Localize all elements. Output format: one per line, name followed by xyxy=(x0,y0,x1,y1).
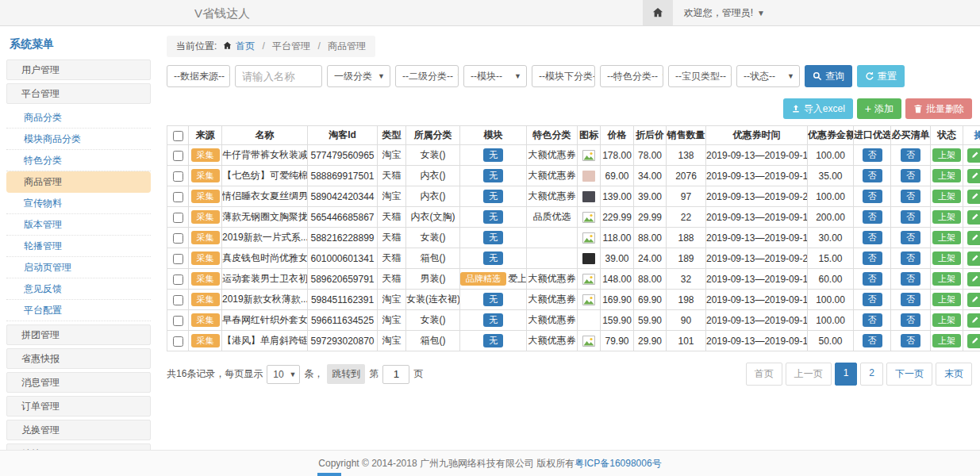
filter-select[interactable]: 一级分类▼ xyxy=(327,65,390,87)
import-toggle[interactable]: 否 xyxy=(863,148,882,162)
sidebar-item-platform[interactable]: 平台管理 xyxy=(6,83,151,104)
batch-delete-button[interactable]: 批量删除 xyxy=(905,98,972,119)
module-badge[interactable]: 无 xyxy=(483,169,503,182)
edit-button[interactable] xyxy=(967,334,980,348)
sidebar-subitem[interactable]: 宣传物料 xyxy=(6,193,151,214)
status-toggle[interactable]: 上架 xyxy=(932,272,961,286)
sidebar-subitem[interactable]: 平台配置 xyxy=(6,300,151,321)
row-checkbox[interactable] xyxy=(173,316,183,326)
add-button[interactable]: + 添加 xyxy=(857,98,901,119)
sidebar-subitem[interactable]: 版本管理 xyxy=(6,214,151,236)
page-button[interactable]: 上一页 xyxy=(786,363,832,386)
status-toggle[interactable]: 上架 xyxy=(932,231,961,244)
page-number-input[interactable] xyxy=(382,365,409,384)
per-page-select[interactable]: 10 ▼ xyxy=(267,365,300,384)
sidebar-item[interactable]: 订单管理 xyxy=(6,396,151,416)
sidebar-subitem[interactable]: 特色分类 xyxy=(6,150,151,171)
must-buy-toggle[interactable]: 否 xyxy=(901,272,920,286)
page-button[interactable]: 末页 xyxy=(936,363,972,386)
edit-button[interactable] xyxy=(967,210,980,225)
filter-select[interactable]: --状态--▼ xyxy=(736,65,800,87)
edit-button[interactable] xyxy=(967,148,980,163)
sidebar-subitem[interactable]: 轮播管理 xyxy=(6,236,151,257)
filter-select[interactable]: --二级分类--▼ xyxy=(395,65,459,87)
import-toggle[interactable]: 否 xyxy=(863,272,882,286)
module-badge[interactable]: 无 xyxy=(483,148,503,162)
row-checkbox[interactable] xyxy=(173,254,183,264)
must-buy-toggle[interactable]: 否 xyxy=(901,169,920,182)
sidebar-subitem[interactable]: 意见反馈 xyxy=(6,278,151,300)
home-button[interactable] xyxy=(643,0,673,25)
edit-button[interactable] xyxy=(967,231,980,245)
filter-select[interactable]: --模块--▼ xyxy=(463,65,527,87)
page-button[interactable]: 1 xyxy=(835,363,858,386)
edit-button[interactable] xyxy=(967,251,980,266)
import-excel-button[interactable]: 导入excel xyxy=(783,98,853,119)
reset-button[interactable]: 重置 xyxy=(857,65,905,87)
row-checkbox[interactable] xyxy=(173,336,183,347)
sidebar-item[interactable]: 消息管理 xyxy=(6,372,151,393)
row-checkbox[interactable] xyxy=(173,192,183,202)
sidebar-subitem[interactable]: 模块商品分类 xyxy=(6,129,151,150)
must-buy-toggle[interactable]: 否 xyxy=(901,190,920,203)
jump-button[interactable]: 跳转到 xyxy=(327,364,365,384)
row-checkbox[interactable] xyxy=(173,151,183,161)
import-toggle[interactable]: 否 xyxy=(863,293,882,306)
filter-select[interactable]: --特色分类--▼ xyxy=(600,65,663,87)
import-toggle[interactable]: 否 xyxy=(863,231,882,244)
must-buy-toggle[interactable]: 否 xyxy=(901,313,920,327)
row-checkbox[interactable] xyxy=(173,171,183,182)
filter-select[interactable]: --模块下分类--▼ xyxy=(532,65,595,87)
import-toggle[interactable]: 否 xyxy=(863,210,882,224)
edit-button[interactable] xyxy=(967,272,980,286)
sidebar-subitem[interactable]: 启动页管理 xyxy=(6,257,151,278)
import-toggle[interactable]: 否 xyxy=(863,334,882,347)
import-toggle[interactable]: 否 xyxy=(863,190,882,203)
row-checkbox[interactable] xyxy=(173,233,183,244)
must-buy-toggle[interactable]: 否 xyxy=(901,210,920,224)
module-badge[interactable]: 无 xyxy=(483,251,503,265)
module-badge[interactable]: 无 xyxy=(483,190,503,203)
icp-link[interactable]: 粤ICP备16098006号 xyxy=(575,458,661,469)
status-toggle[interactable]: 上架 xyxy=(932,210,961,224)
import-toggle[interactable]: 否 xyxy=(863,169,882,182)
select-all-checkbox[interactable] xyxy=(173,131,183,141)
page-button[interactable]: 2 xyxy=(860,363,883,386)
sidebar-subitem[interactable]: 商品管理 xyxy=(6,171,151,193)
import-toggle[interactable]: 否 xyxy=(863,251,882,265)
must-buy-toggle[interactable]: 否 xyxy=(901,251,920,265)
module-badge[interactable]: 无 xyxy=(483,334,503,347)
row-checkbox[interactable] xyxy=(173,295,183,305)
search-button[interactable]: 查询 xyxy=(805,65,852,87)
module-badge[interactable]: 无 xyxy=(483,231,503,244)
user-menu[interactable]: 欢迎您，管理员! ▼ xyxy=(673,0,778,25)
status-toggle[interactable]: 上架 xyxy=(932,334,961,347)
status-toggle[interactable]: 上架 xyxy=(932,148,961,162)
sidebar-item[interactable]: 结算管理 xyxy=(6,443,151,450)
module-badge[interactable]: 无 xyxy=(483,293,503,306)
must-buy-toggle[interactable]: 否 xyxy=(901,293,920,306)
page-button[interactable]: 下一页 xyxy=(886,363,932,386)
edit-button[interactable] xyxy=(967,313,980,328)
filter-select[interactable]: --宝贝类型--▼ xyxy=(668,65,732,87)
row-checkbox[interactable] xyxy=(173,274,183,285)
must-buy-toggle[interactable]: 否 xyxy=(901,148,920,162)
module-badge[interactable]: 品牌精选 xyxy=(460,272,506,286)
edit-button[interactable] xyxy=(967,169,980,183)
breadcrumb-home-link[interactable]: 首页 xyxy=(236,40,255,52)
sidebar-item[interactable]: 拼团管理 xyxy=(6,324,151,345)
status-toggle[interactable]: 上架 xyxy=(932,313,961,327)
status-toggle[interactable]: 上架 xyxy=(932,169,961,182)
module-badge[interactable]: 无 xyxy=(483,313,503,327)
filter-source-select[interactable]: --数据来源-- ▼ xyxy=(167,65,230,87)
page-button[interactable]: 首页 xyxy=(746,363,782,386)
must-buy-toggle[interactable]: 否 xyxy=(901,334,920,347)
status-toggle[interactable]: 上架 xyxy=(932,251,961,265)
sidebar-item[interactable]: 省惠快报 xyxy=(6,348,151,369)
edit-button[interactable] xyxy=(967,293,980,307)
must-buy-toggle[interactable]: 否 xyxy=(901,231,920,244)
module-badge[interactable]: 无 xyxy=(483,210,503,224)
row-checkbox[interactable] xyxy=(173,213,183,223)
sidebar-subitem[interactable]: 商品分类 xyxy=(6,107,151,129)
sidebar-item-users[interactable]: 用户管理 xyxy=(6,60,151,80)
